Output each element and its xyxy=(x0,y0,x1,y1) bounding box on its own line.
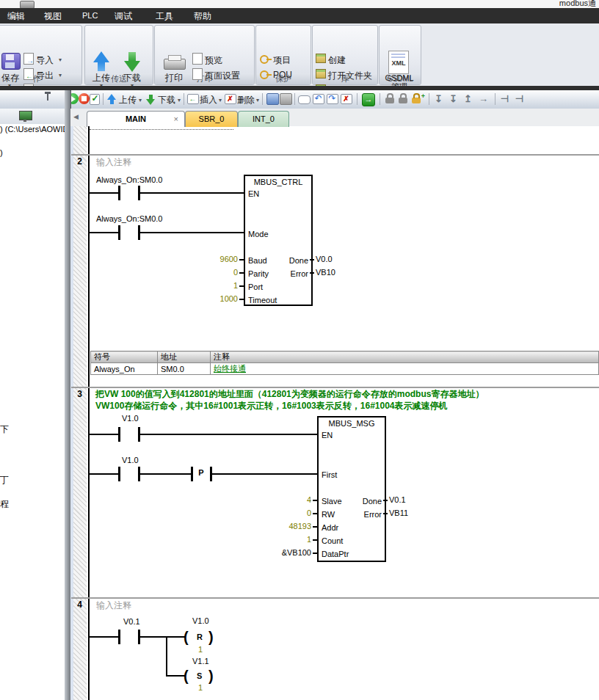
toolbar-download-button[interactable]: 下载 xyxy=(158,94,175,106)
contact-bar[interactable] xyxy=(118,630,120,644)
gsdml-xml-icon[interactable]: XML xyxy=(388,51,409,74)
contact-tool-icon[interactable]: ⊣ xyxy=(501,93,509,104)
contact-bar[interactable] xyxy=(118,225,120,240)
contact-bar[interactable] xyxy=(118,467,120,481)
coil-label[interactable]: V1.1 xyxy=(192,657,209,666)
print-icon[interactable] xyxy=(164,59,186,70)
symtab-header-symbol[interactable]: 符号 xyxy=(91,351,158,363)
symtab-cell-address[interactable]: SM0.0 xyxy=(158,363,211,375)
export-dropdown-icon[interactable]: ▾ xyxy=(59,72,62,79)
param-port-value[interactable]: 1 xyxy=(200,281,238,290)
save-icon[interactable] xyxy=(1,53,21,70)
network-4-comment[interactable]: 输入注释 xyxy=(96,599,131,612)
upload-small-icon[interactable] xyxy=(107,94,117,105)
symtab-header-comment[interactable]: 注释 xyxy=(211,351,599,363)
draw-line-right-icon[interactable]: → xyxy=(479,93,488,104)
output-done-operand[interactable]: V0.1 xyxy=(389,495,406,504)
pin-icon[interactable] xyxy=(47,94,48,101)
download-icon[interactable] xyxy=(123,51,141,72)
create-library-button[interactable]: 创建 xyxy=(328,54,346,67)
tab-int0[interactable]: INT_0 xyxy=(238,111,289,127)
contact-label[interactable]: V1.0 xyxy=(122,456,139,464)
coil-operand-count[interactable]: 1 xyxy=(198,645,203,654)
output-done-operand[interactable]: V0.0 xyxy=(316,255,333,263)
draw-branch-icon-1[interactable]: ↧ xyxy=(435,93,443,104)
lock-icon-2[interactable] xyxy=(399,98,407,103)
draw-branch-icon-2[interactable]: ↧ xyxy=(449,93,457,104)
contact-label[interactable]: V0.1 xyxy=(123,617,140,626)
tree-item[interactable]: 下 xyxy=(0,423,9,436)
menu-view[interactable]: 视图 xyxy=(44,10,62,23)
delete-button[interactable]: 删除 xyxy=(237,94,255,106)
symtab-header-address[interactable]: 地址 xyxy=(158,351,211,363)
tab-main[interactable]: MAIN × xyxy=(87,111,185,127)
param-slave-value[interactable]: 4 xyxy=(269,495,311,504)
print-button[interactable]: 打印 xyxy=(164,72,184,84)
tab-scroll-left-icon[interactable]: ◀ xyxy=(73,113,79,120)
param-dataptr-value[interactable]: &VB100 xyxy=(269,548,311,557)
param-timeout-value[interactable]: 1000 xyxy=(200,294,238,303)
upload-icon[interactable] xyxy=(92,51,110,72)
set-coil[interactable]: S xyxy=(197,671,202,680)
network-3-comment-line2[interactable]: VW100存储运行命令，其中16#1001表示正转，16#1003表示反转，16… xyxy=(95,400,448,412)
contact-label[interactable]: Always_On:SM0.0 xyxy=(96,175,162,184)
tree-item[interactable]: ) xyxy=(0,148,3,157)
symtab-cell-comment[interactable]: 始终接通 xyxy=(211,363,599,375)
download-small-icon[interactable] xyxy=(146,94,156,105)
pou-view-gray-icon[interactable] xyxy=(280,93,292,105)
monitor-icon[interactable] xyxy=(19,111,32,120)
pou-view-icon[interactable] xyxy=(266,93,279,105)
positive-edge-contact[interactable]: P xyxy=(194,468,208,477)
protect-pou-button[interactable]: POU xyxy=(273,70,292,80)
app-icon[interactable] xyxy=(20,1,35,8)
project-key-icon[interactable] xyxy=(260,55,269,64)
symtab-cell-symbol[interactable]: Always_On xyxy=(91,363,158,375)
export-button[interactable]: 导出 xyxy=(36,70,54,82)
preview-button[interactable]: 预览 xyxy=(205,54,222,67)
contact-label[interactable]: V1.0 xyxy=(122,414,139,423)
page-setup-button[interactable]: 页面设置 xyxy=(205,70,240,82)
tree-item[interactable]: 程 xyxy=(0,498,9,511)
param-rw-value[interactable]: 0 xyxy=(269,508,311,517)
open-folder-icon[interactable] xyxy=(316,69,326,79)
contact-bar[interactable] xyxy=(118,186,120,200)
close-tab-icon[interactable]: × xyxy=(174,114,178,123)
toolbar-download-dropdown[interactable]: ▾ xyxy=(178,97,181,103)
toolbar-upload-dropdown[interactable]: ▾ xyxy=(139,97,142,103)
preview-icon[interactable] xyxy=(192,53,203,65)
toolbar-upload-button[interactable]: 上传 xyxy=(119,94,137,106)
stop-button[interactable] xyxy=(79,93,90,104)
mbus-ctrl-block[interactable]: MBUS_CTRL EN Mode Baud Parity Port Timeo… xyxy=(244,175,313,306)
network-3-comment-line1[interactable]: 把VW 100的值写入到412801的地址里面（412801为变频器的运行命令存… xyxy=(95,388,484,401)
menu-edit[interactable]: 编辑 xyxy=(7,10,25,23)
pou-key-icon[interactable] xyxy=(260,70,269,79)
create-library-icon[interactable] xyxy=(316,54,326,63)
tree-item[interactable]: 丁 xyxy=(0,474,9,486)
menu-help[interactable]: 帮助 xyxy=(194,10,211,23)
tree-root-item[interactable]: ) (C:\Users\AOWID xyxy=(0,125,65,134)
coil-operand-count[interactable]: 1 xyxy=(198,683,203,692)
import-dropdown-icon[interactable]: ▾ xyxy=(59,56,62,63)
delete-dropdown[interactable]: ▾ xyxy=(256,97,259,103)
network-2-comment[interactable]: 输入注释 xyxy=(96,156,131,169)
page-setup-icon[interactable] xyxy=(192,68,203,80)
contact-label[interactable]: Always_On:SM0.0 xyxy=(96,214,162,223)
mbus-msg-block[interactable]: MBUS_MSG EN First Slave RW Addr Count Da… xyxy=(317,416,386,562)
menu-tools[interactable]: 工具 xyxy=(156,10,173,23)
insert-dropdown[interactable]: ▾ xyxy=(219,97,222,103)
tab-sbr0[interactable]: SBR_0 xyxy=(185,111,238,127)
contact-tool-icon-2[interactable]: ⊣ xyxy=(515,93,523,104)
insert-button[interactable]: 插入 xyxy=(200,94,217,106)
box-tool-icon[interactable] xyxy=(298,95,311,104)
edge-contact-bar[interactable] xyxy=(191,467,193,481)
import-button[interactable]: 导入 xyxy=(36,54,54,67)
open-folder-button[interactable]: 打开文件夹 xyxy=(328,70,372,82)
draw-branch-icon-3[interactable]: ↥ xyxy=(464,93,472,104)
menu-plc[interactable]: PLC xyxy=(82,11,98,20)
lock-icon-1[interactable] xyxy=(385,98,394,103)
output-error-operand[interactable]: VB11 xyxy=(389,508,408,517)
reset-coil[interactable]: R xyxy=(197,632,203,641)
output-error-operand[interactable]: VB10 xyxy=(316,268,335,277)
param-addr-value[interactable]: 48193 xyxy=(269,522,311,531)
param-count-value[interactable]: 1 xyxy=(269,535,311,544)
